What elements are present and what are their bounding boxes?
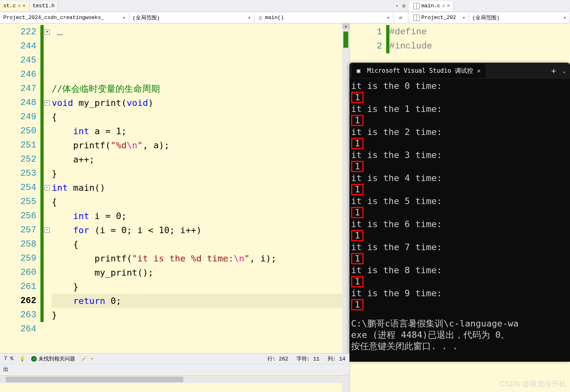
chevron-down-icon[interactable]: ▾ — [395, 3, 398, 8]
editor-nav-bar: Project_2024_csdn_creatingwoeks_ ▾ (全局范围… — [0, 12, 408, 23]
editor-tab-bar: st.c ⊓ × test1.h ▾ ⚙ — [0, 0, 408, 12]
tab-label: main.c — [421, 3, 440, 9]
line-number: 252 — [0, 152, 36, 166]
highlighted-value: 1 — [351, 184, 364, 195]
line-number: 264 — [0, 322, 36, 336]
line-number: 253 — [0, 166, 36, 181]
line-number: 247 — [0, 82, 36, 96]
terminal-tab[interactable]: ▣ Microsoft Visual Studio 调试控 ✕ — [352, 64, 486, 78]
chevron-down-icon[interactable]: ▾ — [120, 15, 126, 21]
press-key-message: 按任意键关闭此窗口. . . — [351, 341, 568, 352]
line-number: 257 — [0, 223, 36, 237]
line-number: 256 — [0, 209, 36, 223]
line-number: 249 — [0, 110, 36, 124]
highlighted-value: 1 — [351, 230, 364, 241]
tab-test1-h[interactable]: test1.h — [29, 1, 59, 11]
vertical-scrollbar[interactable]: ▴ — [342, 23, 349, 392]
status-char[interactable]: 字符: 11 — [297, 355, 320, 362]
close-icon[interactable]: ✕ — [477, 67, 481, 74]
scroll-up-icon[interactable]: ▴ — [342, 23, 349, 29]
split-icon — [413, 3, 420, 9]
output-line: it is the 7 time: — [351, 242, 568, 253]
line-number: 251 — [0, 138, 36, 152]
status-issues[interactable]: ✓ 未找到相关问题 — [31, 355, 75, 362]
scroll-change-mark — [343, 32, 348, 48]
code-editor[interactable]: 222 244 245 246 247 248 249 250 251 252 … — [0, 23, 349, 392]
line-number: 248 — [0, 96, 36, 110]
line-number: 254 — [0, 181, 36, 195]
status-col[interactable]: 列: 14 — [328, 355, 345, 362]
output-line: it is the 1 time: — [351, 103, 568, 114]
output-line: it is the 5 time: — [351, 196, 568, 207]
line-number: 259 — [0, 251, 36, 266]
tab-st-c[interactable]: st.c ⊓ × — [0, 1, 29, 11]
cube-icon: ◫ — [258, 15, 263, 21]
line-number: 2 — [350, 39, 382, 53]
wand-icon[interactable]: 🪄 ▾ — [81, 356, 94, 362]
nav-scope-label: (全局范围) — [133, 14, 160, 21]
line-number: 246 — [0, 67, 36, 82]
horizontal-scrollbar[interactable] — [0, 375, 349, 383]
exit-path: C:\鹏哥c语言暑假集训\c-language-wa — [351, 318, 568, 329]
close-icon[interactable]: × — [447, 3, 450, 9]
output-line: it is the 0 time: — [351, 80, 568, 91]
line-number: 244 — [0, 39, 36, 53]
chevron-down-icon[interactable]: ▾ — [460, 15, 465, 21]
right-nav-scope-label: (全局范围) — [472, 14, 500, 21]
tab-main-c[interactable]: main.c ⊓ × — [408, 1, 454, 11]
fold-collapse-icon[interactable]: − — [44, 100, 50, 105]
output-line: it is the 2 time: — [351, 126, 568, 137]
terminal-output[interactable]: it is the 0 time: 1 it is the 1 time: 1 … — [349, 79, 570, 354]
pin-icon[interactable]: ⊓ — [443, 4, 445, 8]
folded-comment[interactable] — [57, 34, 63, 35]
nav-project[interactable]: Project_2024_csdn_creatingwoeks_ ▾ — [0, 13, 129, 22]
output-line: it is the 3 time: — [351, 150, 568, 160]
chevron-down-icon[interactable]: ▾ — [384, 15, 390, 21]
fold-collapse-icon[interactable]: − — [44, 228, 50, 233]
right-nav-scope[interactable]: (全局范围) ▾ — [469, 13, 570, 23]
output-line: it is the 8 time: — [351, 265, 568, 276]
swap-icon: ⇄ — [399, 15, 402, 21]
highlighted-value: 1 — [351, 92, 364, 103]
line-number: 1 — [350, 25, 382, 39]
watermark: CSDN @睡觉待开机 — [500, 379, 566, 389]
highlighted-value: 1 — [351, 161, 364, 172]
fold-expand-icon[interactable]: + — [44, 30, 50, 35]
tab-label: st.c — [3, 3, 16, 9]
status-bar: 7 % 💡 ✓ 未找到相关问题 🪄 ▾ 行: 262 字符: 11 列: 14 — [0, 353, 349, 364]
nav-project-label: Project_2024_csdn_creatingwoeks_ — [3, 15, 104, 21]
status-line[interactable]: 行: 262 — [267, 355, 288, 362]
chevron-down-icon[interactable]: ▾ — [245, 15, 251, 21]
right-nav-project[interactable]: Project_202 ▾ — [408, 13, 469, 22]
highlighted-value: 1 — [351, 276, 364, 287]
gear-icon[interactable]: ⚙ — [402, 2, 406, 9]
chevron-down-icon[interactable]: ⌄ — [563, 67, 566, 74]
nav-scope[interactable]: (全局范围) ▾ — [129, 13, 255, 23]
highlighted-value: 1 — [351, 115, 364, 126]
split-icon — [413, 15, 420, 21]
pin-icon[interactable]: ⊓ — [18, 4, 21, 8]
line-number: 260 — [0, 266, 36, 280]
line-number: 245 — [0, 53, 36, 67]
fold-column: + − − − — [44, 23, 52, 392]
nav-function[interactable]: ◫ main() ▾ — [255, 13, 393, 22]
new-tab-icon[interactable]: + — [551, 66, 556, 76]
line-number: 258 — [0, 237, 36, 251]
chevron-down-icon[interactable]: ▾ — [561, 15, 566, 21]
highlighted-value: 1 — [351, 299, 364, 310]
close-icon[interactable]: × — [22, 3, 25, 9]
lightbulb-icon[interactable]: 💡 — [19, 356, 25, 362]
right-editor-tab-bar: main.c ⊓ × — [408, 0, 570, 12]
output-line: it is the 6 time: — [351, 219, 568, 230]
highlighted-value: 1 — [351, 138, 364, 149]
nav-swap[interactable]: ⇄ — [393, 13, 408, 22]
scrollbar-thumb[interactable] — [6, 377, 183, 382]
code-text[interactable]: //体会临时变量的生命周期 void my_print(void) { int … — [52, 23, 349, 392]
debug-console: ▣ Microsoft Visual Studio 调试控 ✕ + ⌄ it i… — [349, 63, 570, 362]
output-panel-tab[interactable]: 出 — [0, 364, 349, 374]
nav-func-label: main() — [265, 15, 284, 21]
status-percent: 7 % — [4, 356, 13, 362]
line-number: 222 — [0, 25, 36, 39]
terminal-title: Microsoft Visual Studio 调试控 — [367, 67, 473, 75]
fold-collapse-icon[interactable]: − — [44, 185, 50, 190]
